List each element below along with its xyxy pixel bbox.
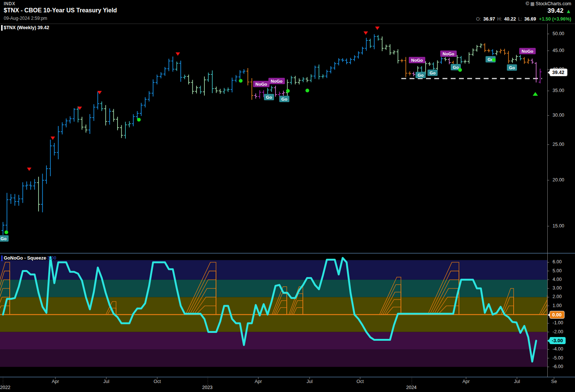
go-badge: Go	[416, 72, 426, 78]
x-axis-month-label: Jul	[307, 379, 313, 384]
ohlc-bar	[152, 79, 155, 97]
ohlc-bar	[195, 86, 198, 94]
ohlc-bar	[369, 39, 372, 48]
brand-name: StockCharts.com	[536, 1, 571, 6]
ohlc-bar	[357, 51, 360, 58]
chart-canvas[interactable]: GoNoGoNoGoGoGoNoGoGoGoNoGoGoGoGoNoGo	[0, 0, 575, 392]
ohlc-bar	[444, 57, 447, 61]
price-legend: $TNX (Weekly) 39.42	[4, 25, 49, 30]
ohlc-bar	[65, 119, 68, 128]
countertrend-go-dot	[239, 79, 243, 83]
ohlc-bar	[215, 87, 218, 93]
ohlc-bar	[515, 55, 518, 61]
squeeze-axis-label: 5.00	[553, 268, 562, 273]
change-value: +1.50 (+3.96%)	[539, 16, 571, 22]
ohlc-bar	[531, 59, 534, 64]
ohlc-bar	[124, 122, 127, 139]
squeeze-axis-label: 1.00	[553, 303, 562, 308]
ohlc-bar	[535, 62, 538, 82]
go-badge: Go	[428, 70, 438, 76]
ohlc-bar	[254, 94, 257, 99]
ohlc-bar	[305, 77, 308, 82]
low-label: L:	[518, 16, 522, 22]
x-axis-month-label: Jul	[514, 379, 520, 384]
svg-text:NoGo: NoGo	[442, 52, 454, 56]
ohlc-bar	[191, 80, 194, 94]
ohlc-bar	[499, 49, 502, 53]
ohlc-bar	[69, 116, 72, 123]
high-value: 40.22	[504, 16, 516, 22]
squeeze-axis-label: 2.00	[553, 294, 562, 299]
ohlc-bar	[294, 76, 297, 85]
squeeze-axis-label: -2.00	[553, 329, 563, 334]
ohlc-bar	[100, 101, 103, 111]
countertrend-sell-triangle	[375, 27, 380, 30]
chart-page: GoNoGoNoGoGoGoNoGoGoGoNoGoGoGoGoNoGo IND…	[0, 0, 575, 392]
squeeze-value-axis-badge: -3.00	[550, 337, 566, 344]
ohlc-bar	[108, 108, 111, 125]
price-axis-label: 15.00	[553, 223, 564, 229]
ohlc-bar	[112, 109, 115, 122]
ohlc-bar	[199, 86, 202, 94]
ohlc-bar	[25, 181, 28, 190]
ohlc-bar	[211, 70, 214, 93]
ohlc-bar	[85, 125, 88, 133]
countertrend-go-dot	[458, 68, 462, 72]
price-axis-label: 45.00	[553, 48, 564, 53]
ohlc-bar	[460, 56, 463, 64]
squeeze-axis-label: 6.00	[553, 259, 562, 264]
x-axis-year-label: 2022	[0, 385, 10, 390]
ohlc-bar	[219, 89, 222, 94]
squeeze-legend-value: -3.00	[46, 255, 57, 261]
ohlc-bar	[274, 86, 277, 97]
ohlc-bar	[136, 111, 139, 119]
page-title: $TNX - CBOE 10-Year US Treasury Yield	[4, 7, 117, 14]
ohlc-bar	[96, 92, 99, 109]
x-axis-month-label: Jul	[103, 379, 109, 384]
ohlc-bar	[80, 117, 83, 129]
ohlc-bar	[408, 71, 411, 76]
ohlc-bar	[302, 77, 305, 82]
ohlc-bar	[404, 57, 407, 77]
ohlc-bar	[503, 49, 506, 55]
copyright[interactable]: © ▦ StockCharts.com	[526, 1, 571, 6]
ohlc-bar	[495, 50, 498, 55]
ohlc-bar	[207, 73, 210, 82]
price-panel: GoNoGoNoGoGoGoNoGoGoGoNoGoGoGoGoNoGo	[0, 27, 542, 242]
ohlc-bar	[144, 97, 147, 108]
squeeze-axis-label: -6.00	[553, 364, 563, 369]
countertrend-go-dot	[492, 58, 496, 62]
ohlc-bar	[432, 62, 435, 70]
ohlc-bar	[88, 114, 91, 134]
ohlc-bar	[45, 165, 48, 184]
ohlc-bar	[317, 64, 320, 79]
ohlc-bar	[159, 72, 162, 79]
nogo-badge: NoGo	[440, 50, 457, 57]
svg-text:Go: Go	[266, 95, 272, 99]
ohlc-bar	[527, 59, 530, 64]
price-legend-chip	[1, 25, 3, 31]
ohlc-bar	[164, 67, 167, 76]
ohlc-bar	[471, 49, 474, 56]
svg-text:Go: Go	[430, 71, 436, 75]
countertrend-sell-triangle	[51, 137, 55, 140]
ohlc-bar	[179, 61, 182, 82]
ohlc-bar	[440, 57, 443, 64]
ohlc-bar	[6, 193, 9, 234]
ohlc-bar	[389, 44, 392, 55]
ohlc-bar	[539, 69, 542, 83]
ohlc-bar	[155, 75, 158, 85]
squeeze-legend-chip	[1, 255, 3, 261]
chart-datetime: 09-Aug-2024 2:59:pm	[4, 16, 47, 21]
ohlc-bar	[175, 62, 178, 71]
ohlc-bar	[519, 55, 522, 61]
ohlc-bar	[341, 58, 344, 62]
go-badge: Go	[0, 235, 9, 242]
squeeze-axis-label: -5.00	[553, 355, 563, 361]
ohlc-bar	[140, 103, 143, 116]
ohlc-bar	[17, 195, 20, 206]
ohlc-bar	[436, 60, 439, 70]
ohlc-bar	[270, 86, 273, 92]
ohlc-bar	[396, 49, 399, 64]
ohlc-bar	[1, 222, 4, 235]
